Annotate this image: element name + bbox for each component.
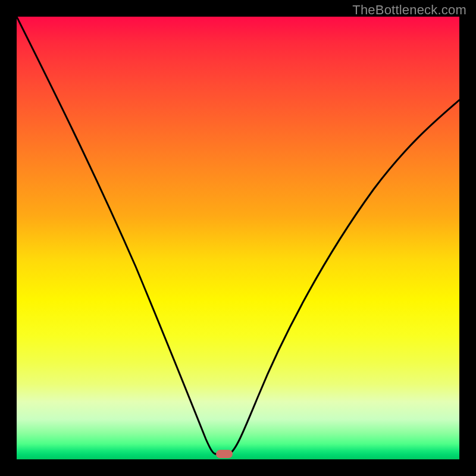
optimum-marker <box>216 450 233 458</box>
chart-frame: TheBottleneck.com <box>0 0 476 476</box>
curve-left-branch <box>17 17 216 454</box>
plot-area <box>17 17 459 459</box>
bottleneck-curve <box>17 17 459 459</box>
curve-right-branch <box>229 100 459 454</box>
watermark-text: TheBottleneck.com <box>352 2 466 18</box>
